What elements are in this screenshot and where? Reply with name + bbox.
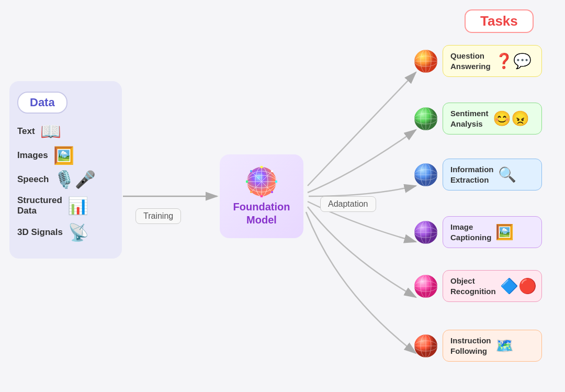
- task-label-caption: ImageCaptioning: [450, 222, 491, 242]
- tasks-title-box: Tasks: [465, 9, 534, 33]
- objrec-emoji-icon: 🔷🔴: [500, 277, 537, 295]
- foundation-sphere-icon: [246, 166, 277, 197]
- task-objrec-row: ObjectRecognition 🔷🔴: [413, 270, 542, 302]
- ie-sphere-icon: [413, 162, 438, 187]
- data-label-3d: 3D Signals: [17, 227, 63, 238]
- task-label-ie: InformationExtraction: [450, 164, 494, 185]
- training-label: Training: [135, 208, 181, 224]
- foundation-model-title: Foundation Model: [225, 200, 298, 227]
- training-text: Training: [143, 211, 173, 220]
- foundation-model-box: Foundation Model: [220, 154, 303, 238]
- data-title: Data: [30, 96, 55, 109]
- speech-icon: 🎙️🎤: [54, 171, 96, 188]
- qa-emoji-icon: ❓💬: [495, 52, 532, 70]
- adaptation-text: Adaptation: [328, 199, 368, 208]
- svg-point-17: [250, 170, 252, 172]
- task-label-sentiment: SentimentAnalysis: [450, 108, 489, 129]
- task-card-caption: ImageCaptioning 🖼️: [443, 216, 542, 248]
- sentiment-sphere-icon: [413, 106, 438, 131]
- data-item-structured: StructuredData 📊: [17, 195, 114, 217]
- svg-point-14: [271, 170, 273, 172]
- task-sentiment-row: SentimentAnalysis 😊😠: [413, 103, 542, 135]
- data-panel: Data Text 📖 Images 🖼️ Speech 🎙️🎤 Structu…: [9, 81, 122, 259]
- data-label-text: Text: [17, 126, 35, 137]
- text-icon: 📖: [40, 123, 61, 140]
- task-card-objrec: ObjectRecognition 🔷🔴: [443, 270, 542, 302]
- data-label-speech: Speech: [17, 174, 49, 185]
- data-item-speech: Speech 🎙️🎤: [17, 171, 114, 188]
- svg-point-16: [271, 191, 273, 193]
- ie-emoji-icon: 🔍: [498, 166, 516, 183]
- task-card-sentiment: SentimentAnalysis 😊😠: [443, 103, 542, 135]
- task-card-qa: QuestionAnswering ❓💬: [443, 45, 542, 77]
- images-icon: 🖼️: [53, 147, 74, 164]
- task-label-objrec: ObjectRecognition: [450, 276, 496, 296]
- task-label-instruct: InstructionFollowing: [450, 335, 491, 356]
- caption-emoji-icon: 🖼️: [495, 223, 514, 241]
- data-item-images: Images 🖼️: [17, 147, 114, 164]
- instruct-sphere-icon: [413, 333, 438, 359]
- qa-sphere-icon: [413, 49, 438, 74]
- adaptation-label: Adaptation: [320, 196, 376, 212]
- tasks-title: Tasks: [480, 13, 518, 29]
- objrec-sphere-icon: [413, 274, 438, 299]
- task-label-qa: QuestionAnswering: [450, 51, 491, 71]
- task-card-instruct: InstructionFollowing 🗺️: [443, 330, 542, 362]
- structured-icon: 📊: [67, 197, 88, 214]
- 3d-icon: 📡: [68, 224, 89, 241]
- sentiment-emoji-icon: 😊😠: [493, 110, 529, 127]
- caption-sphere-icon: [413, 220, 438, 245]
- task-caption-row: ImageCaptioning 🖼️: [413, 216, 542, 248]
- data-title-box: Data: [17, 92, 67, 114]
- svg-point-15: [250, 191, 252, 193]
- task-instruct-row: InstructionFollowing 🗺️: [413, 330, 542, 362]
- instruct-emoji-icon: 🗺️: [495, 337, 514, 354]
- data-item-text: Text 📖: [17, 123, 114, 140]
- task-qa-row: QuestionAnswering ❓💬: [413, 45, 542, 77]
- task-ie-row: InformationExtraction 🔍: [413, 159, 542, 191]
- task-card-ie: InformationExtraction 🔍: [443, 159, 542, 191]
- data-label-images: Images: [17, 150, 48, 161]
- data-item-3d: 3D Signals 📡: [17, 224, 114, 241]
- data-label-structured: StructuredData: [17, 195, 62, 217]
